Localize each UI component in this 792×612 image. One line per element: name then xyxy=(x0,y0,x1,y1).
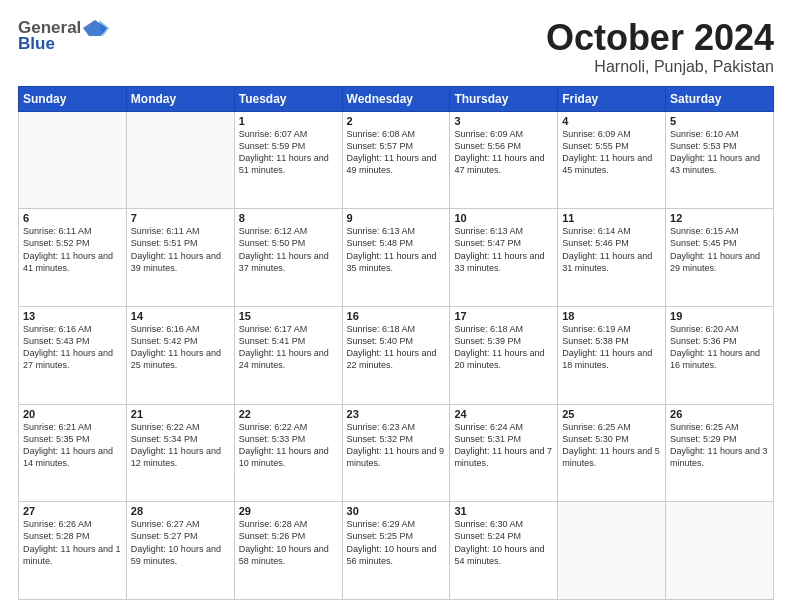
calendar-day-cell xyxy=(558,502,666,600)
day-number: 6 xyxy=(23,212,122,224)
day-number: 21 xyxy=(131,408,230,420)
calendar-day-cell: 31Sunrise: 6:30 AMSunset: 5:24 PMDayligh… xyxy=(450,502,558,600)
day-info: Sunrise: 6:07 AMSunset: 5:59 PMDaylight:… xyxy=(239,128,338,177)
day-number: 22 xyxy=(239,408,338,420)
title-block: October 2024 Harnoli, Punjab, Pakistan xyxy=(546,18,774,76)
day-info: Sunrise: 6:24 AMSunset: 5:31 PMDaylight:… xyxy=(454,421,553,470)
day-info: Sunrise: 6:30 AMSunset: 5:24 PMDaylight:… xyxy=(454,518,553,567)
day-number: 25 xyxy=(562,408,661,420)
day-info: Sunrise: 6:11 AMSunset: 5:52 PMDaylight:… xyxy=(23,225,122,274)
day-info: Sunrise: 6:17 AMSunset: 5:41 PMDaylight:… xyxy=(239,323,338,372)
day-number: 1 xyxy=(239,115,338,127)
day-number: 3 xyxy=(454,115,553,127)
logo-icon xyxy=(81,18,109,38)
day-number: 5 xyxy=(670,115,769,127)
day-of-week-header: Thursday xyxy=(450,86,558,111)
day-info: Sunrise: 6:12 AMSunset: 5:50 PMDaylight:… xyxy=(239,225,338,274)
calendar-day-cell: 22Sunrise: 6:22 AMSunset: 5:33 PMDayligh… xyxy=(234,404,342,502)
page: General Blue October 2024 Harnoli, Punja… xyxy=(0,0,792,612)
day-of-week-header: Friday xyxy=(558,86,666,111)
day-number: 8 xyxy=(239,212,338,224)
calendar-day-cell: 20Sunrise: 6:21 AMSunset: 5:35 PMDayligh… xyxy=(19,404,127,502)
calendar-day-cell: 25Sunrise: 6:25 AMSunset: 5:30 PMDayligh… xyxy=(558,404,666,502)
day-info: Sunrise: 6:09 AMSunset: 5:55 PMDaylight:… xyxy=(562,128,661,177)
calendar-day-cell: 27Sunrise: 6:26 AMSunset: 5:28 PMDayligh… xyxy=(19,502,127,600)
day-number: 14 xyxy=(131,310,230,322)
day-number: 19 xyxy=(670,310,769,322)
calendar-day-cell xyxy=(126,111,234,209)
calendar-day-cell: 10Sunrise: 6:13 AMSunset: 5:47 PMDayligh… xyxy=(450,209,558,307)
day-number: 15 xyxy=(239,310,338,322)
calendar-day-cell: 23Sunrise: 6:23 AMSunset: 5:32 PMDayligh… xyxy=(342,404,450,502)
day-number: 26 xyxy=(670,408,769,420)
day-info: Sunrise: 6:14 AMSunset: 5:46 PMDaylight:… xyxy=(562,225,661,274)
calendar-day-cell: 3Sunrise: 6:09 AMSunset: 5:56 PMDaylight… xyxy=(450,111,558,209)
calendar-day-cell: 4Sunrise: 6:09 AMSunset: 5:55 PMDaylight… xyxy=(558,111,666,209)
calendar-day-cell: 8Sunrise: 6:12 AMSunset: 5:50 PMDaylight… xyxy=(234,209,342,307)
day-info: Sunrise: 6:28 AMSunset: 5:26 PMDaylight:… xyxy=(239,518,338,567)
day-number: 28 xyxy=(131,505,230,517)
calendar-day-cell: 26Sunrise: 6:25 AMSunset: 5:29 PMDayligh… xyxy=(666,404,774,502)
day-info: Sunrise: 6:13 AMSunset: 5:48 PMDaylight:… xyxy=(347,225,446,274)
day-number: 17 xyxy=(454,310,553,322)
day-number: 16 xyxy=(347,310,446,322)
day-of-week-header: Wednesday xyxy=(342,86,450,111)
day-info: Sunrise: 6:08 AMSunset: 5:57 PMDaylight:… xyxy=(347,128,446,177)
day-number: 12 xyxy=(670,212,769,224)
calendar-day-cell xyxy=(666,502,774,600)
calendar-week-row: 20Sunrise: 6:21 AMSunset: 5:35 PMDayligh… xyxy=(19,404,774,502)
calendar-day-cell: 2Sunrise: 6:08 AMSunset: 5:57 PMDaylight… xyxy=(342,111,450,209)
calendar-week-row: 6Sunrise: 6:11 AMSunset: 5:52 PMDaylight… xyxy=(19,209,774,307)
day-info: Sunrise: 6:21 AMSunset: 5:35 PMDaylight:… xyxy=(23,421,122,470)
day-of-week-header: Sunday xyxy=(19,86,127,111)
calendar-day-cell: 18Sunrise: 6:19 AMSunset: 5:38 PMDayligh… xyxy=(558,306,666,404)
day-number: 9 xyxy=(347,212,446,224)
calendar-day-cell: 28Sunrise: 6:27 AMSunset: 5:27 PMDayligh… xyxy=(126,502,234,600)
day-number: 7 xyxy=(131,212,230,224)
day-number: 11 xyxy=(562,212,661,224)
calendar-day-cell: 7Sunrise: 6:11 AMSunset: 5:51 PMDaylight… xyxy=(126,209,234,307)
calendar-day-cell xyxy=(19,111,127,209)
day-number: 2 xyxy=(347,115,446,127)
day-info: Sunrise: 6:19 AMSunset: 5:38 PMDaylight:… xyxy=(562,323,661,372)
day-number: 10 xyxy=(454,212,553,224)
day-info: Sunrise: 6:09 AMSunset: 5:56 PMDaylight:… xyxy=(454,128,553,177)
day-number: 20 xyxy=(23,408,122,420)
calendar-day-cell: 21Sunrise: 6:22 AMSunset: 5:34 PMDayligh… xyxy=(126,404,234,502)
day-info: Sunrise: 6:25 AMSunset: 5:30 PMDaylight:… xyxy=(562,421,661,470)
calendar-day-cell: 24Sunrise: 6:24 AMSunset: 5:31 PMDayligh… xyxy=(450,404,558,502)
day-info: Sunrise: 6:22 AMSunset: 5:34 PMDaylight:… xyxy=(131,421,230,470)
calendar-day-cell: 5Sunrise: 6:10 AMSunset: 5:53 PMDaylight… xyxy=(666,111,774,209)
calendar-day-cell: 29Sunrise: 6:28 AMSunset: 5:26 PMDayligh… xyxy=(234,502,342,600)
day-number: 24 xyxy=(454,408,553,420)
day-number: 13 xyxy=(23,310,122,322)
day-info: Sunrise: 6:18 AMSunset: 5:40 PMDaylight:… xyxy=(347,323,446,372)
logo: General Blue xyxy=(18,18,109,54)
calendar-table: SundayMondayTuesdayWednesdayThursdayFrid… xyxy=(18,86,774,600)
calendar-header-row: SundayMondayTuesdayWednesdayThursdayFrid… xyxy=(19,86,774,111)
calendar-day-cell: 19Sunrise: 6:20 AMSunset: 5:36 PMDayligh… xyxy=(666,306,774,404)
day-info: Sunrise: 6:20 AMSunset: 5:36 PMDaylight:… xyxy=(670,323,769,372)
calendar-day-cell: 1Sunrise: 6:07 AMSunset: 5:59 PMDaylight… xyxy=(234,111,342,209)
day-info: Sunrise: 6:27 AMSunset: 5:27 PMDaylight:… xyxy=(131,518,230,567)
day-number: 30 xyxy=(347,505,446,517)
page-subtitle: Harnoli, Punjab, Pakistan xyxy=(546,58,774,76)
day-info: Sunrise: 6:10 AMSunset: 5:53 PMDaylight:… xyxy=(670,128,769,177)
day-number: 31 xyxy=(454,505,553,517)
calendar-week-row: 27Sunrise: 6:26 AMSunset: 5:28 PMDayligh… xyxy=(19,502,774,600)
calendar-day-cell: 16Sunrise: 6:18 AMSunset: 5:40 PMDayligh… xyxy=(342,306,450,404)
calendar-week-row: 1Sunrise: 6:07 AMSunset: 5:59 PMDaylight… xyxy=(19,111,774,209)
calendar-day-cell: 30Sunrise: 6:29 AMSunset: 5:25 PMDayligh… xyxy=(342,502,450,600)
day-of-week-header: Saturday xyxy=(666,86,774,111)
day-info: Sunrise: 6:18 AMSunset: 5:39 PMDaylight:… xyxy=(454,323,553,372)
day-info: Sunrise: 6:16 AMSunset: 5:43 PMDaylight:… xyxy=(23,323,122,372)
day-info: Sunrise: 6:22 AMSunset: 5:33 PMDaylight:… xyxy=(239,421,338,470)
calendar-day-cell: 15Sunrise: 6:17 AMSunset: 5:41 PMDayligh… xyxy=(234,306,342,404)
calendar-day-cell: 14Sunrise: 6:16 AMSunset: 5:42 PMDayligh… xyxy=(126,306,234,404)
day-info: Sunrise: 6:29 AMSunset: 5:25 PMDaylight:… xyxy=(347,518,446,567)
header: General Blue October 2024 Harnoli, Punja… xyxy=(18,18,774,76)
calendar-day-cell: 6Sunrise: 6:11 AMSunset: 5:52 PMDaylight… xyxy=(19,209,127,307)
calendar-day-cell: 11Sunrise: 6:14 AMSunset: 5:46 PMDayligh… xyxy=(558,209,666,307)
day-of-week-header: Monday xyxy=(126,86,234,111)
day-number: 27 xyxy=(23,505,122,517)
